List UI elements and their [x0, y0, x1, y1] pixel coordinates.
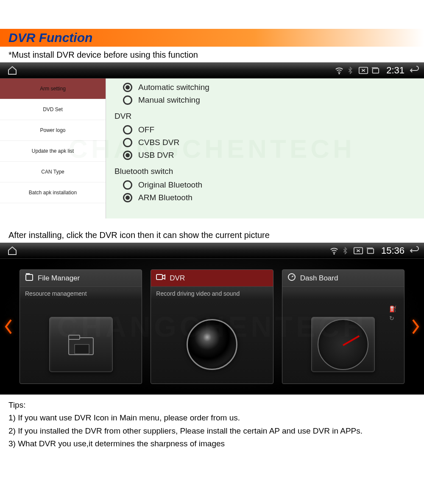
tip-item: 2) If you installed the DVR from other s… [8, 425, 416, 437]
after-install-note: After installing, click the DVR icon the… [0, 218, 424, 243]
recent-apps-icon[interactable] [370, 66, 382, 75]
sidebar-item[interactable]: CAN Type [0, 162, 106, 182]
card-header: DVR [151, 270, 273, 287]
dvr-heading: DVR [114, 112, 416, 121]
lens-icon [156, 273, 165, 283]
card-body [20, 305, 142, 384]
tip-item: 3) What DVR you use,it determines the sh… [8, 437, 416, 450]
next-arrow[interactable] [408, 315, 424, 338]
svg-rect-6 [26, 274, 33, 280]
card-body [282, 305, 404, 384]
card-subtitle: Resource management [20, 287, 142, 305]
sidebar-item[interactable]: Update the apk list [0, 141, 106, 162]
radio-icon [123, 125, 132, 134]
sidebar-item[interactable]: DVD Set [0, 99, 106, 120]
dash-indicators: ⛽↻ [389, 305, 396, 322]
card-subtitle: Record driving video and sound [151, 287, 273, 305]
radio-option[interactable]: Original Bluetooth [114, 179, 416, 191]
tips-section: Tips: 1) If you want use DVR Icon in Mai… [0, 395, 424, 463]
prev-arrow[interactable] [0, 315, 16, 338]
install-note: *Must install DVR device before using th… [0, 47, 424, 62]
bt-heading: Bluetooth switch [114, 167, 416, 176]
top-blank [0, 0, 424, 29]
settings-sidebar: Arm settingDVD SetPower logoUpdate the a… [0, 78, 106, 218]
svg-rect-10 [156, 274, 162, 280]
radio-label: OFF [138, 125, 154, 134]
folder-icon [25, 273, 33, 283]
svg-rect-8 [69, 335, 80, 339]
status-bar-1: 2:31 [0, 62, 424, 78]
back-icon[interactable] [409, 66, 421, 75]
radio-label: ARM Bluetooth [138, 193, 192, 202]
radio-icon [123, 151, 132, 160]
app-card[interactable]: DVRRecord driving video and sound [151, 269, 273, 384]
settings-content: Automatic switchingManual switching DVR … [106, 78, 424, 218]
radio-option[interactable]: Automatic switching [114, 81, 416, 94]
sidebar-item[interactable]: Power logo [0, 120, 106, 141]
radio-icon [123, 193, 132, 202]
app-card[interactable]: File ManagerResource management [20, 269, 142, 384]
camera-lens-icon [187, 319, 237, 370]
section-title-bar: DVR Function [0, 29, 424, 47]
card-header: File Manager [20, 270, 142, 287]
back-icon[interactable] [409, 246, 421, 255]
wifi-icon[interactable] [329, 246, 341, 255]
sidebar-item[interactable]: Arm setting [0, 78, 106, 99]
gauge-icon [287, 273, 296, 283]
card-title: Dash Board [300, 274, 338, 283]
card-header: Dash Board [282, 270, 404, 287]
home-icon[interactable] [3, 65, 21, 76]
radio-option[interactable]: ARM Bluetooth [114, 191, 416, 204]
tip-item: 1) If you want use DVR Icon in Main menu… [8, 412, 416, 424]
home-screenshot: 15:36 File ManagerResource managementDVR… [0, 243, 424, 395]
section-title: DVR Function [8, 31, 416, 45]
wifi-icon[interactable] [335, 66, 346, 75]
screen-off-icon[interactable] [353, 246, 365, 255]
radio-icon [123, 138, 132, 147]
svg-point-3 [334, 253, 335, 254]
home-icon[interactable] [3, 246, 21, 256]
svg-rect-9 [75, 344, 89, 354]
svg-rect-2 [373, 68, 379, 73]
tips-heading: Tips: [8, 399, 416, 412]
radio-label: Original Bluetooth [138, 180, 202, 190]
radio-label: Automatic switching [138, 83, 209, 92]
screen-off-icon[interactable] [358, 66, 370, 75]
svg-rect-5 [368, 249, 374, 253]
status-bar-2: 15:36 [0, 243, 424, 259]
card-body [151, 305, 273, 384]
gauge-icon [318, 319, 368, 370]
recent-apps-icon[interactable] [365, 246, 377, 255]
svg-point-0 [339, 73, 340, 74]
card-title: File Manager [38, 274, 80, 283]
card-subtitle [282, 287, 404, 305]
radio-label: CVBS DVR [138, 138, 179, 147]
clock: 2:31 [386, 65, 404, 76]
radio-label: USB DVR [138, 151, 174, 160]
radio-option[interactable]: OFF [114, 123, 416, 136]
radio-label: Manual switching [138, 95, 200, 105]
radio-option[interactable]: USB DVR [114, 149, 416, 162]
radio-icon [123, 180, 132, 190]
clock: 15:36 [381, 245, 404, 256]
radio-icon [123, 83, 132, 92]
bluetooth-icon[interactable] [341, 246, 353, 255]
card-title: DVR [170, 274, 185, 283]
bluetooth-icon[interactable] [346, 66, 358, 75]
app-card[interactable]: ⛽↻Dash Board [282, 269, 404, 384]
radio-option[interactable]: Manual switching [114, 94, 416, 106]
settings-screenshot: 2:31 Arm settingDVD SetPower logoUpdate … [0, 62, 424, 218]
folder-icon [49, 317, 113, 372]
radio-icon [123, 95, 132, 105]
radio-option[interactable]: CVBS DVR [114, 136, 416, 149]
sidebar-item[interactable]: Batch apk installation [0, 182, 106, 203]
